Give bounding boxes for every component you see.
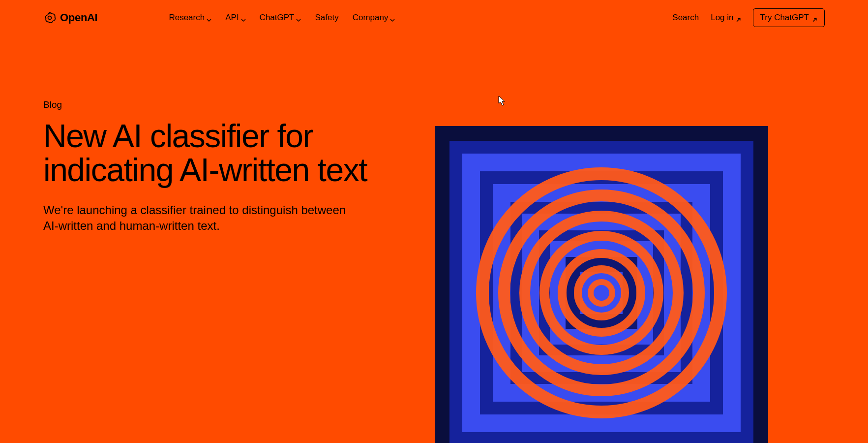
nav-api[interactable]: API <box>225 13 245 23</box>
nav-label: API <box>225 13 239 23</box>
primary-nav: Research API ChatGPT Safety Company <box>169 13 395 23</box>
login-label: Log in <box>711 13 733 23</box>
nav-research[interactable]: Research <box>169 13 211 23</box>
article-title: New AI classifier for indicating AI-writ… <box>43 119 388 188</box>
article-category[interactable]: Blog <box>43 99 388 110</box>
try-chatgpt-button[interactable]: Try ChatGPT <box>753 8 825 27</box>
openai-logo-icon <box>43 11 56 24</box>
chevron-down-icon <box>241 15 246 20</box>
nav-label: Research <box>169 13 205 23</box>
cta-label: Try ChatGPT <box>760 13 809 23</box>
nav-chatgpt[interactable]: ChatGPT <box>260 13 301 23</box>
login-link[interactable]: Log in <box>711 13 741 23</box>
article-subtitle: We're launching a classifier trained to … <box>43 202 348 234</box>
nav-safety[interactable]: Safety <box>315 13 338 23</box>
mouse-cursor-icon <box>498 95 506 106</box>
arrow-up-right-icon <box>736 15 741 21</box>
search-link[interactable]: Search <box>672 13 699 23</box>
nav-label: Company <box>353 13 389 23</box>
chevron-down-icon <box>390 15 395 20</box>
brand-name: OpenAI <box>60 11 97 24</box>
chevron-down-icon <box>296 15 301 20</box>
arrow-up-right-icon <box>812 15 817 21</box>
svg-point-0 <box>48 16 52 20</box>
nav-company[interactable]: Company <box>353 13 395 23</box>
site-header: OpenAI Research API ChatGPT Safety Compa… <box>0 0 868 35</box>
search-label: Search <box>672 13 699 23</box>
nav-label: Safety <box>315 13 338 23</box>
nav-label: ChatGPT <box>260 13 295 23</box>
article-header: Blog New AI classifier for indicating AI… <box>43 99 388 234</box>
hero-illustration <box>435 126 768 443</box>
brand-logo[interactable]: OpenAI <box>43 11 97 24</box>
chevron-down-icon <box>207 15 211 20</box>
secondary-nav: Search Log in Try ChatGPT <box>672 8 825 27</box>
